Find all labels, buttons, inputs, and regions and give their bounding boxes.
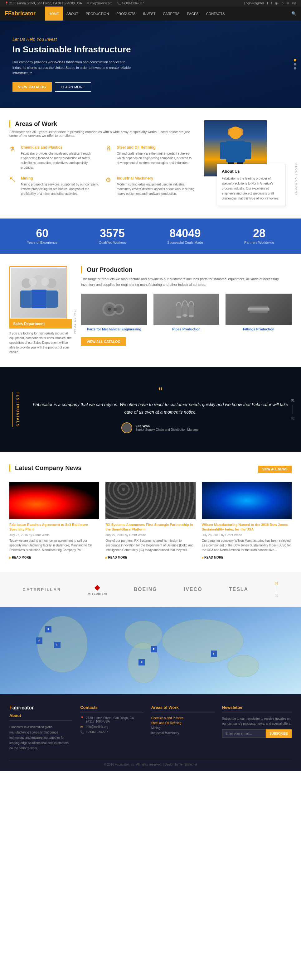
area-steel-desc: Oil and draft refinery are the most impo… xyxy=(117,151,195,165)
search-icon[interactable]: 🔍 xyxy=(291,11,296,16)
hero-content: Let Us Help You Invest In Sustainable In… xyxy=(13,37,137,91)
area-machinery-content: Industrial Machinery Modern cutting-edge… xyxy=(117,176,195,196)
map-overlay: F F F F F F xyxy=(0,607,301,694)
stat-workers-label: Qualified Workers xyxy=(99,241,126,244)
svg-point-26 xyxy=(183,314,188,317)
nav-home[interactable]: HOME xyxy=(45,6,63,21)
news-meta-3: July 26, 2016 by Grant Wade xyxy=(202,533,291,537)
map-section: F F F F F F xyxy=(0,607,301,694)
svg-rect-10 xyxy=(20,291,32,308)
footer-link-machinery[interactable]: Industrial Machinery xyxy=(151,731,214,735)
about-card-desc: Fabricator is the leading provider of sp… xyxy=(222,176,280,201)
partner-pagination: 01 02 xyxy=(275,582,278,597)
map-pin-6[interactable]: F xyxy=(211,651,217,657)
hero-dot-1[interactable] xyxy=(294,59,296,61)
footer: Fabricator About Fabricator is a diversi… xyxy=(0,694,301,771)
view-catalog-button[interactable]: VIEW ALL CATALOG xyxy=(81,337,126,346)
footer-phone-icon: 📞 xyxy=(80,730,84,734)
footer-newsletter-title: Newsletter xyxy=(222,705,291,713)
partner-boeing: BOEING xyxy=(134,587,157,592)
production-desc: The range of products we manufacture and… xyxy=(81,277,291,287)
view-catalog-button[interactable]: VIEW CATALOG xyxy=(13,82,52,92)
map-pin-4[interactable]: F xyxy=(139,659,145,665)
mitsubishi-icon: ◆ xyxy=(94,584,100,592)
nav-production[interactable]: PRODUCTION xyxy=(82,6,113,21)
newsletter-input[interactable] xyxy=(222,729,266,738)
production-right: Our Production The range of products we … xyxy=(81,266,291,355)
news-excerpt-2: One of our partners, RX Systems, shared … xyxy=(105,538,195,552)
mechanical-image xyxy=(81,294,147,325)
testimonials-section: Testimonials " Fabricator is a company t… xyxy=(0,367,301,452)
news-section: Latest Company News VIEW ALL NEWS Fabric… xyxy=(0,452,301,572)
read-more-3[interactable]: READ MORE xyxy=(202,556,223,559)
footer-contacts: Contacts 📍 2130 Fulton Street, San Diego… xyxy=(80,705,143,751)
area-steel: 🛢 Steel and Oil Refining Oil and draft r… xyxy=(105,145,195,170)
footer-link-steel[interactable]: Steel and Oil Refining xyxy=(151,721,214,725)
testimonial-divider xyxy=(293,405,293,414)
footer-logo: Fabricator xyxy=(10,705,72,711)
news-title-2: RX Systems Announces First Strategic Par… xyxy=(105,522,195,532)
areas-subtitle: Fabricator has 30+ years' experience in … xyxy=(10,130,195,137)
read-more-1[interactable]: READ MORE xyxy=(10,556,31,559)
footer-newsletter: Newsletter Subscribe to our newsletter t… xyxy=(222,705,291,751)
social-google[interactable]: g+ xyxy=(275,2,279,5)
area-machinery: ⚙ Industrial Machinery Modern cutting-ed… xyxy=(105,176,195,196)
address: 📍 2130 Fulton Street, San Diego, CA 9411… xyxy=(5,2,82,5)
area-chemicals: ⚗ Chemicals and Plastics Fabricator prov… xyxy=(10,145,99,170)
nav-invest[interactable]: INVEST xyxy=(139,6,159,21)
login-link[interactable]: Login/Register xyxy=(244,2,264,5)
stat-partners-label: Partners Worldwide xyxy=(244,241,274,244)
svg-rect-8 xyxy=(31,290,47,308)
read-more-2[interactable]: READ MORE xyxy=(105,556,127,559)
social-twitter[interactable]: t xyxy=(271,2,272,5)
area-chemicals-name: Chemicals and Plastics xyxy=(21,145,99,150)
news-image-1 xyxy=(10,482,99,519)
footer-link-mining[interactable]: Mining xyxy=(151,726,214,730)
areas-left: Areas of Work Fabricator has 30+ years' … xyxy=(10,120,195,206)
footer-email: ✉ info@mxlink.org xyxy=(80,725,143,729)
hero-dot-2[interactable] xyxy=(294,63,296,65)
nav-about[interactable]: ABOUT xyxy=(63,6,82,21)
logo[interactable]: FFabricator xyxy=(5,10,35,17)
production-section: Sales Department If you are looking for … xyxy=(0,254,301,367)
footer-email-icon: ✉ xyxy=(80,725,84,729)
newsletter-subscribe-button[interactable]: SUBSCRIBE xyxy=(266,729,291,738)
fittings-image xyxy=(226,294,291,325)
footer-link-chemicals[interactable]: Chemicals and Plastics xyxy=(151,716,214,720)
hero-dot-3[interactable] xyxy=(294,67,296,70)
news-meta-2: July 27, 2016 by Grant Wade xyxy=(105,533,195,537)
area-mining-name: Mining xyxy=(21,176,99,180)
view-all-news-button[interactable]: VIEW ALL NEWS xyxy=(258,466,291,473)
map-pin-3[interactable]: F xyxy=(54,642,61,648)
production-title: Our Production xyxy=(81,266,291,274)
social-pinterest[interactable]: p xyxy=(282,2,283,5)
top-bar-right: Login/Register f t g+ p in rss xyxy=(244,2,296,5)
about-box: About Us Fabricator is the leading provi… xyxy=(204,120,291,206)
social-rss[interactable]: rss xyxy=(292,2,296,5)
team-image-wrapper xyxy=(10,266,67,319)
quote-mark: " xyxy=(32,386,288,398)
area-steel-name: Steel and Oil Refining xyxy=(117,145,195,150)
news-meta-1: July 27, 2016 by Grant Wade xyxy=(10,533,99,537)
nav-contacts[interactable]: CONTACTS xyxy=(202,6,229,21)
nav-pages[interactable]: PAGES xyxy=(183,6,202,21)
map-pin-5[interactable]: F xyxy=(151,646,157,652)
footer-newsletter-desc: Subscribe to our newsletter to receive u… xyxy=(222,716,291,726)
social-facebook[interactable]: f xyxy=(267,2,268,5)
nav-careers[interactable]: CAREERS xyxy=(159,6,183,21)
news-title-1: Fabricator Reaches Agreement to Sell Bal… xyxy=(10,522,99,532)
nav-products[interactable]: PRODUCTS xyxy=(113,6,139,21)
footer-logo-accent: F xyxy=(10,705,13,710)
learn-more-button[interactable]: LEARN MORE xyxy=(55,82,91,92)
svg-rect-25 xyxy=(183,304,188,315)
production-items: Parts for Mechanical Engineering xyxy=(81,294,291,331)
footer-about: Fabricator About Fabricator is a diversi… xyxy=(10,705,72,751)
footer-grid: Fabricator About Fabricator is a diversi… xyxy=(10,705,291,751)
news-item-1: Fabricator Reaches Agreement to Sell Bal… xyxy=(10,482,99,560)
map-pin-2[interactable]: F xyxy=(45,626,51,632)
team-side-text: SALES TEAM xyxy=(73,310,76,334)
partner-tesla: TESLA xyxy=(229,587,248,592)
social-linkedin[interactable]: in xyxy=(287,2,289,5)
map-pin-1[interactable]: F xyxy=(36,638,42,644)
top-bar: 📍 2130 Fulton Street, San Diego, CA 9411… xyxy=(0,0,301,6)
